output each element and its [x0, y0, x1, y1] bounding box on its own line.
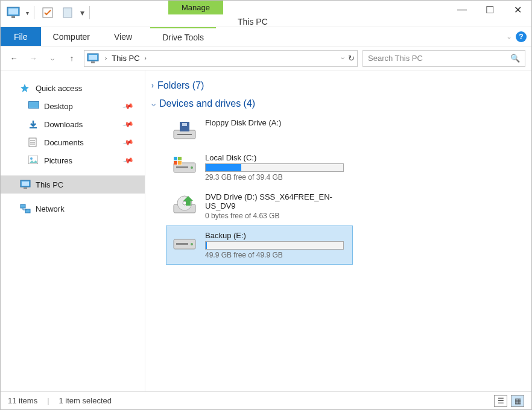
navigation-pane: Quick access Desktop 📌 Downloads 📌 Docum…: [1, 71, 145, 391]
local-disk-icon: [171, 231, 198, 255]
dvd-drive-icon: [171, 192, 198, 216]
drive-label: Floppy Disk Drive (A:): [205, 118, 347, 127]
ribbon-tab-computer[interactable]: Computer: [41, 27, 102, 46]
pin-icon: 📌: [122, 118, 135, 130]
svg-rect-6: [89, 55, 97, 60]
drives-group-header[interactable]: ⌵ Devices and drives (4): [151, 95, 525, 113]
address-bar[interactable]: › This PC › ⌵ ↻: [84, 50, 358, 67]
new-item-icon[interactable]: [60, 4, 77, 21]
svg-rect-33: [178, 161, 182, 165]
drive-free-space: 0 bytes free of 4.63 GB: [205, 212, 347, 220]
sidebar-item-network[interactable]: Network: [1, 200, 145, 218]
svg-rect-25: [177, 134, 192, 135]
sidebar-item-documents[interactable]: Documents 📌: [1, 133, 145, 151]
recent-locations-button[interactable]: ⌵: [45, 51, 60, 66]
sidebar-item-label: Quick access: [36, 84, 82, 93]
storage-bar: [205, 241, 344, 250]
monitor-icon: [20, 180, 31, 189]
maximize-button[interactable]: ☐: [476, 1, 504, 19]
drive-label: Backup (E:): [205, 231, 347, 240]
refresh-icon[interactable]: ↻: [348, 54, 355, 63]
properties-icon[interactable]: [39, 4, 56, 21]
help-icon[interactable]: ?: [516, 31, 527, 42]
storage-bar: [205, 163, 344, 172]
chevron-right-icon[interactable]: ›: [145, 55, 147, 62]
svg-rect-31: [178, 157, 182, 160]
ribbon-tab-view[interactable]: View: [102, 27, 144, 46]
chevron-down-icon[interactable]: ▾: [26, 10, 29, 16]
status-item-count: 11 items: [8, 396, 37, 405]
status-bar: 11 items | 1 item selected ☰ ▦: [1, 391, 531, 409]
sidebar-item-label: Pictures: [44, 156, 72, 165]
sidebar-item-label: Network: [36, 204, 65, 213]
section-title: Devices and drives (4): [159, 98, 255, 109]
sidebar-item-downloads[interactable]: Downloads 📌: [1, 115, 145, 133]
sidebar-item-this-pc[interactable]: This PC: [1, 175, 145, 194]
drive-free-space: 29.3 GB free of 39.4 GB: [205, 173, 347, 181]
svg-rect-7: [91, 62, 95, 63]
drive-item-backup-e[interactable]: Backup (E:) 49.9 GB free of 49.9 GB: [166, 226, 353, 265]
back-button[interactable]: ←: [7, 51, 21, 66]
star-icon: [20, 83, 31, 93]
pin-icon: 📌: [122, 136, 135, 148]
local-disk-icon: [171, 153, 198, 177]
chevron-right-icon[interactable]: ›: [105, 55, 107, 62]
up-button[interactable]: ↑: [65, 51, 79, 66]
drive-item-floppy[interactable]: Floppy Disk Drive (A:): [166, 113, 353, 148]
contextual-tab-label: Manage: [168, 1, 223, 14]
navigation-bar: ← → ⌵ ↑ › This PC › ⌵ ↻ Search This PC 🔍: [1, 46, 531, 71]
status-selection-count: 1 item selected: [59, 396, 112, 405]
pictures-icon: [28, 156, 39, 165]
desktop-icon: [28, 101, 39, 111]
qat-overflow-icon[interactable]: ▾: [80, 8, 84, 17]
details-view-button[interactable]: ☰: [494, 395, 507, 407]
sidebar-item-pictures[interactable]: Pictures 📌: [1, 151, 145, 169]
floppy-drive-icon: [171, 118, 198, 142]
close-button[interactable]: ✕: [504, 1, 531, 19]
svg-rect-38: [176, 243, 188, 245]
chevron-down-icon: ⌵: [151, 99, 156, 108]
downloads-icon: [28, 119, 39, 129]
svg-rect-18: [22, 181, 29, 186]
file-tab[interactable]: File: [1, 27, 41, 46]
sidebar-item-quick-access[interactable]: Quick access: [1, 79, 145, 97]
svg-rect-32: [174, 161, 177, 165]
ribbon-tabs: File Computer View Drive Tools ⌵ ?: [1, 27, 531, 46]
svg-rect-24: [182, 123, 187, 126]
tiles-view-button[interactable]: ▦: [511, 395, 524, 407]
ribbon-collapse-icon[interactable]: ⌵: [507, 33, 511, 40]
svg-rect-2: [11, 16, 15, 18]
chevron-right-icon: ›: [151, 81, 154, 90]
search-placeholder: Search This PC: [368, 54, 423, 63]
folders-group-header[interactable]: › Folders (7): [151, 77, 525, 95]
history-dropdown-icon[interactable]: ⌵: [341, 54, 344, 63]
minimize-button[interactable]: ―: [448, 1, 476, 19]
monitor-icon: [87, 53, 100, 64]
svg-point-28: [191, 166, 193, 169]
svg-rect-1: [8, 8, 18, 14]
breadcrumb-item[interactable]: This PC: [112, 54, 139, 63]
section-title: Folders (7): [157, 80, 204, 91]
svg-rect-10: [30, 127, 37, 128]
sidebar-item-desktop[interactable]: Desktop 📌: [1, 97, 145, 115]
sidebar-item-label: Documents: [44, 138, 84, 147]
pin-icon: 📌: [122, 100, 135, 112]
drive-item-local-c[interactable]: Local Disk (C:) 29.3 GB free of 39.4 GB: [166, 148, 353, 187]
drive-item-dvd-d[interactable]: DVD Drive (D:) SSS_X64FREE_EN-US_DV9 0 b…: [166, 187, 353, 226]
content-pane: › Folders (7) ⌵ Devices and drives (4) F…: [145, 71, 531, 391]
forward-button[interactable]: →: [26, 51, 40, 66]
sidebar-item-label: Desktop: [44, 102, 73, 111]
svg-rect-27: [176, 166, 188, 168]
monitor-icon[interactable]: [5, 4, 22, 21]
svg-rect-30: [174, 157, 177, 160]
title-bar: ▾ ▾ Manage This PC ― ☐ ✕: [1, 1, 531, 27]
pin-icon: 📌: [122, 154, 135, 166]
sidebar-item-label: Downloads: [44, 120, 83, 129]
search-input[interactable]: Search This PC 🔍: [363, 50, 525, 67]
window-title: This PC: [223, 10, 277, 27]
search-icon[interactable]: 🔍: [510, 54, 520, 63]
ribbon-tab-drive-tools[interactable]: Drive Tools: [150, 27, 216, 46]
svg-rect-4: [63, 8, 72, 17]
drive-label: DVD Drive (D:) SSS_X64FREE_EN-US_DV9: [205, 192, 347, 210]
network-icon: [20, 204, 31, 213]
